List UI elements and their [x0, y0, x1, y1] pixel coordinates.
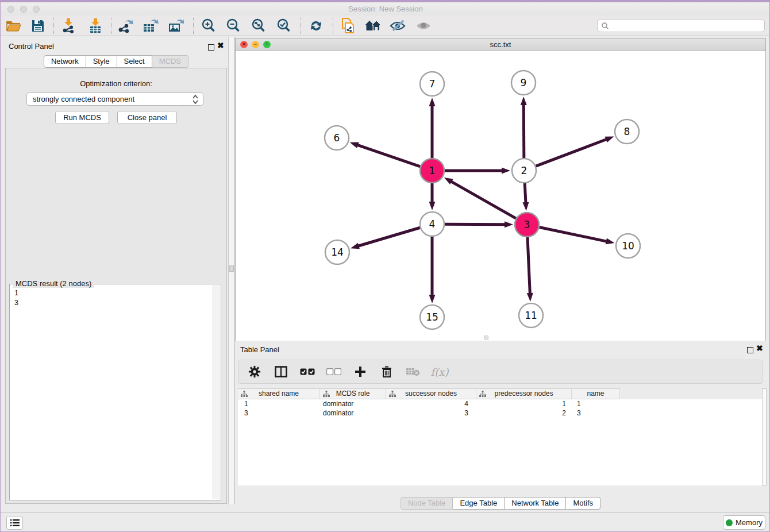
open-folder-icon[interactable] — [4, 18, 24, 34]
table-scrollbar[interactable] — [762, 388, 767, 485]
table-toolbar: f(x) — [238, 360, 763, 384]
table-row[interactable]: 1dominator411 — [238, 399, 762, 408]
graph-node-label: 2 — [521, 165, 528, 176]
network-window-titlebar[interactable]: ✕ − + scc.txt — [235, 38, 766, 51]
graph-arrow-3-11 — [527, 293, 533, 302]
table-cell: 4 — [386, 399, 476, 408]
column-header-predecessor-nodes[interactable]: predecessor nodes — [476, 389, 572, 399]
graph-node-label: 7 — [429, 78, 436, 90]
eye-disabled-icon — [414, 18, 433, 34]
zoom-fit-icon[interactable] — [249, 18, 268, 34]
network-close-icon[interactable]: ✕ — [240, 41, 248, 48]
clone-network-view-icon[interactable] — [338, 18, 358, 34]
network-zoom-icon[interactable]: + — [263, 41, 271, 48]
graph-arrow-2-9 — [521, 97, 527, 105]
result-scrollbar[interactable] — [213, 285, 220, 499]
delete-table-disabled-icon — [405, 364, 422, 380]
memory-status-icon — [726, 519, 733, 526]
graph-node-label: 11 — [525, 310, 537, 321]
graph-node-label: 15 — [426, 311, 438, 323]
graph-edge-2-8[interactable] — [536, 139, 608, 166]
tab-mcds[interactable]: MCDS — [152, 55, 188, 68]
column-header-name[interactable]: name — [572, 389, 620, 399]
control-panel-float-icon[interactable] — [208, 43, 214, 53]
graph-edge-2-3[interactable] — [525, 183, 526, 204]
splitter-grip[interactable] — [229, 265, 234, 272]
graph-arrow-1-2 — [502, 168, 510, 174]
zoom-selected-icon[interactable] — [274, 18, 294, 34]
mcds-result-list: 13 — [14, 288, 18, 307]
graph-edge-3-1[interactable] — [450, 181, 516, 218]
column-header-mcds-role[interactable]: MCDS role — [320, 389, 386, 399]
run-mcds-button[interactable]: Run MCDS — [55, 111, 109, 124]
network-minimize-icon[interactable]: − — [252, 41, 259, 48]
import-table-icon[interactable] — [86, 18, 105, 34]
tab-network[interactable]: Network — [44, 55, 86, 68]
optimization-criterion-select[interactable]: strongly connected component — [26, 92, 203, 106]
tab-node-table[interactable]: Node Table — [401, 497, 453, 510]
graph-edge-2-9[interactable] — [523, 103, 524, 158]
home-icon[interactable] — [363, 18, 383, 34]
graph-node-label: 9 — [521, 77, 527, 88]
save-session-icon[interactable] — [28, 18, 48, 34]
tab-select[interactable]: Select — [117, 55, 152, 68]
table-body: 1dominator4113dominator323 — [238, 399, 762, 485]
minimize-window-icon[interactable] — [20, 6, 27, 13]
close-panel-button[interactable]: Close panel — [117, 111, 177, 124]
show-hide-graphics-icon[interactable] — [388, 18, 407, 34]
tab-motifs[interactable]: Motifs — [566, 497, 600, 510]
table-header-row: shared name MCDS role successor nodes pr… — [238, 388, 620, 399]
export-image-icon[interactable] — [166, 18, 186, 34]
table-panel-close-icon[interactable]: ✖ — [756, 345, 763, 352]
table-cell: dominator — [320, 399, 386, 408]
task-history-button[interactable] — [6, 516, 23, 530]
graph-edge-4-3[interactable] — [445, 224, 506, 225]
graph-node-label: 14 — [331, 246, 344, 258]
show-column-panel-icon[interactable] — [272, 364, 290, 380]
add-column-plus-icon[interactable] — [352, 364, 369, 380]
table-cell: 1 — [476, 399, 572, 408]
zoom-in-icon[interactable] — [199, 18, 218, 34]
graph-node-label: 1 — [429, 165, 436, 176]
export-table-icon[interactable] — [141, 18, 160, 34]
refresh-view-icon[interactable] — [306, 18, 326, 34]
import-network-icon[interactable] — [59, 18, 78, 34]
delete-column-trash-icon[interactable] — [378, 364, 395, 380]
tab-edge-table[interactable]: Edge Table — [453, 497, 505, 510]
table-row[interactable]: 3dominator323 — [238, 408, 762, 418]
dropdown-stepper-icon — [192, 94, 199, 105]
graph-edge-4-14[interactable] — [357, 228, 420, 246]
mcds-result-box: MCDS result (2 nodes) 13 — [9, 284, 221, 500]
list-icon — [10, 519, 20, 527]
export-network-icon[interactable] — [116, 18, 136, 34]
graph-edge-1-6[interactable] — [356, 145, 420, 167]
graph-node-label: 6 — [334, 132, 340, 144]
canvas-resize-grip[interactable] — [484, 336, 488, 340]
memory-button[interactable]: Memory — [723, 515, 765, 530]
close-window-icon[interactable] — [7, 6, 14, 13]
table-cell: dominator — [320, 408, 386, 418]
table-settings-gear-icon[interactable] — [246, 364, 263, 380]
graph-edge-3-10[interactable] — [540, 228, 608, 242]
tab-style[interactable]: Style — [86, 55, 117, 68]
network-canvas[interactable]: 1234678910111415 — [235, 51, 766, 341]
table-tabs: Node TableEdge TableNetwork TableMotifs — [235, 497, 766, 510]
select-all-checks-icon[interactable] — [299, 364, 316, 380]
column-header-successor-nodes[interactable]: successor nodes — [386, 389, 476, 399]
column-header-shared-name[interactable]: shared name — [238, 389, 320, 399]
zoom-window-icon[interactable] — [33, 6, 40, 13]
deselect-all-checks-icon[interactable] — [325, 364, 342, 380]
tab-network-table[interactable]: Network Table — [505, 497, 566, 510]
network-graph: 1234678910111415 — [236, 51, 765, 340]
mcds-result-item: 3 — [14, 298, 18, 307]
search-field[interactable] — [597, 19, 765, 32]
graph-arrow-1-4 — [429, 202, 436, 210]
control-panel-close-icon[interactable]: ✖ — [217, 43, 224, 49]
search-input[interactable] — [609, 20, 764, 31]
table-cell: 3 — [386, 408, 476, 418]
graph-edge-3-11[interactable] — [528, 237, 530, 295]
panel-splitter[interactable] — [228, 37, 234, 504]
table-panel-float-icon[interactable] — [747, 345, 753, 356]
zoom-out-icon[interactable] — [224, 18, 243, 34]
control-panel-title: Control Panel — [9, 42, 54, 51]
